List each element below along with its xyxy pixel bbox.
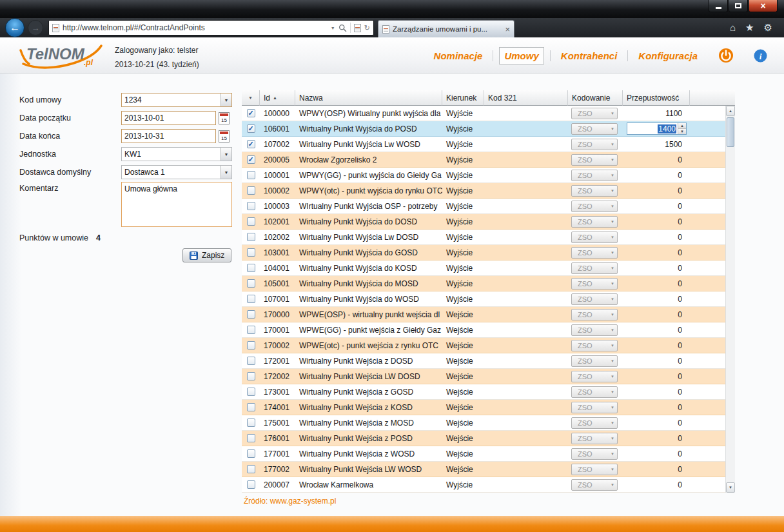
row-checkbox[interactable] [247,295,255,303]
table-row[interactable]: ✓ 100000 WPWY(OSP) Wirtualny punkt wyjśc… [242,106,725,121]
nav-item-konfiguracja[interactable]: Konfiguracja [634,48,702,64]
header-przepustowosc[interactable]: Przepustowość [623,90,690,106]
table-row[interactable]: 170001 WPWE(GG) - punkt wejścia z Giełdy… [242,322,725,338]
table-row[interactable]: 104001 Wirtualny Punkt Wyjścia do KOSD W… [242,261,725,276]
table-row[interactable]: 100003 WIrtualny Punkt Wyjścia OSP - pot… [242,199,725,214]
address-dropdown-icon[interactable]: ▼ [331,26,335,30]
coding-select[interactable]: ZSO ▼ [571,201,618,212]
table-row[interactable]: 107001 Wirtualny Punkt Wyjścia do WOSD W… [242,291,725,307]
coding-select[interactable]: ZSO ▼ [571,216,618,228]
address-bar[interactable]: http://www.telnom.pl/#/ContractAndPoints… [48,20,374,35]
coding-select[interactable]: ZSO ▼ [571,293,618,305]
coding-select[interactable]: ZSO ▼ [571,139,618,150]
coding-select[interactable]: ZSO ▼ [571,262,618,274]
calendar-icon[interactable]: 15 [219,130,230,143]
row-checkbox[interactable] [247,233,255,241]
kod-umowy-input[interactable] [122,94,220,106]
table-row[interactable]: 172001 Wirtualny Punkt Wejścia z DOSD We… [242,353,725,369]
row-checkbox[interactable] [247,248,255,257]
search-icon[interactable] [338,24,347,32]
dostawca-select[interactable]: ▼ [121,165,232,179]
row-checkbox[interactable] [247,403,255,411]
coding-select[interactable]: ZSO ▼ [571,309,618,320]
coding-select[interactable]: ZSO ▼ [571,154,618,166]
table-row[interactable]: ✓ 200005 Wrocław Zgorzelisko 2 Wyjście Z… [242,152,725,168]
coding-select[interactable]: ZSO ▼ [571,371,618,382]
coding-select[interactable]: ZSO ▼ [571,386,618,398]
coding-select[interactable]: ZSO ▼ [571,448,618,460]
header-kierunek[interactable]: Kierunek [442,90,484,106]
table-row[interactable]: 105001 Wirtualny Punkt Wyjścia do MOSD W… [242,276,725,291]
table-row[interactable]: 177002 Wirtualny Punkt Wejścia LW WOSD W… [242,462,725,477]
browser-tab[interactable]: Zarządzanie umowami i pu... × [378,20,514,37]
row-checkbox[interactable] [247,310,255,319]
coding-select[interactable]: ZSO ▼ [571,340,618,351]
chevron-down-icon[interactable]: ▼ [220,166,231,179]
row-checkbox[interactable]: ✓ [247,124,255,133]
table-row[interactable]: ✓ 106001 Wirtualny Punkt Wyjścia do POSD… [242,121,725,137]
row-checkbox[interactable] [247,202,255,210]
coding-select[interactable]: ZSO ▼ [571,464,618,475]
close-button[interactable]: × [749,0,778,12]
header-kodowanie[interactable]: Kodowanie [568,90,623,106]
coding-select[interactable]: ZSO ▼ [571,185,618,197]
compatibility-view-icon[interactable] [354,24,361,32]
nav-item-nominacje[interactable]: Nominacje [429,48,487,64]
row-checkbox[interactable] [247,480,255,489]
favorites-star-icon[interactable]: ★ [745,22,754,34]
coding-select[interactable]: ZSO ▼ [571,247,618,259]
chevron-down-icon[interactable]: ▼ [220,94,231,106]
scroll-down-icon[interactable]: ▼ [726,482,735,493]
logout-power-button[interactable] [718,48,734,63]
row-checkbox[interactable] [247,341,255,350]
maximize-button[interactable] [729,0,748,12]
data-poczatku-input[interactable] [121,111,216,125]
data-konca-input[interactable] [121,129,216,143]
table-row[interactable]: 176001 Wirtualny Punkt Wejścia z POSD We… [242,431,725,446]
row-checkbox[interactable] [247,388,255,396]
spinner-up-icon[interactable]: ▲ [678,123,686,129]
row-checkbox[interactable] [247,186,255,195]
table-row[interactable]: 170002 WPWE(otc) - punkt wejścia z rynku… [242,338,725,353]
tab-close-icon[interactable]: × [505,25,510,34]
header-nazwa[interactable]: Nazwa [295,90,442,106]
coding-select[interactable]: ZSO ▼ [571,355,618,367]
coding-select[interactable]: ZSO ▼ [571,417,618,429]
save-button[interactable]: Zapisz [182,248,231,262]
coding-select[interactable]: ZSO ▼ [571,232,618,243]
row-checkbox[interactable] [247,217,255,226]
coding-select[interactable]: ZSO ▼ [571,123,618,135]
table-row[interactable]: 172002 Wirtualny Punkt Wejścia LW DOSD W… [242,369,725,384]
header-id[interactable]: Id▲ [260,90,295,106]
table-row[interactable]: 200007 Wrocław Karmelkowa Wyjście ZSO ▼ … [242,477,725,493]
table-row[interactable]: 103001 Wirtualny Punkt Wyjścia do GOSD W… [242,245,725,261]
info-button[interactable]: i [754,49,767,63]
row-checkbox[interactable] [247,326,255,334]
row-checkbox[interactable] [247,372,255,380]
table-row[interactable]: 174001 Wirtualny Punkt Wejścia z KOSD We… [242,400,725,415]
spinner-down-icon[interactable]: ▼ [678,129,686,134]
komentarz-textarea[interactable]: Umowa główna [121,182,232,227]
row-checkbox[interactable] [247,264,255,272]
chevron-down-icon[interactable]: ▼ [220,148,231,161]
scrollbar-thumb[interactable] [727,117,734,147]
nav-item-umowy[interactable]: Umowy [499,47,544,64]
row-checkbox[interactable] [247,419,255,427]
capacity-editor[interactable]: 1400 ▲ ▼ [627,123,687,135]
jednostka-select[interactable]: ▼ [121,147,232,161]
row-checkbox[interactable]: ✓ [247,155,255,164]
row-checkbox[interactable] [247,279,255,288]
coding-select[interactable]: ZSO ▼ [571,402,618,413]
row-checkbox[interactable]: ✓ [247,109,255,117]
forward-button[interactable]: → [28,20,43,35]
source-link[interactable]: Źródło: www.gaz-system.pl [244,497,336,506]
table-row[interactable]: 170000 WPWE(OSP) - wirtualny punkt wejśc… [242,307,725,322]
table-row[interactable]: 102002 Wirtualny Punkt Wyjścia Lw DOSD W… [242,230,725,245]
row-checkbox[interactable]: ✓ [247,140,255,148]
scroll-up-icon[interactable]: ▲ [726,106,735,116]
row-checkbox[interactable] [247,357,255,365]
header-kod321[interactable]: Kod 321 [484,90,568,106]
table-row[interactable]: 100002 WPWY(otc) - punkt wyjścia do rynk… [242,183,725,199]
coding-select[interactable]: ZSO ▼ [571,324,618,336]
table-row[interactable]: 102001 Wirtualny Punkt Wyjścia do DOSD W… [242,214,725,230]
